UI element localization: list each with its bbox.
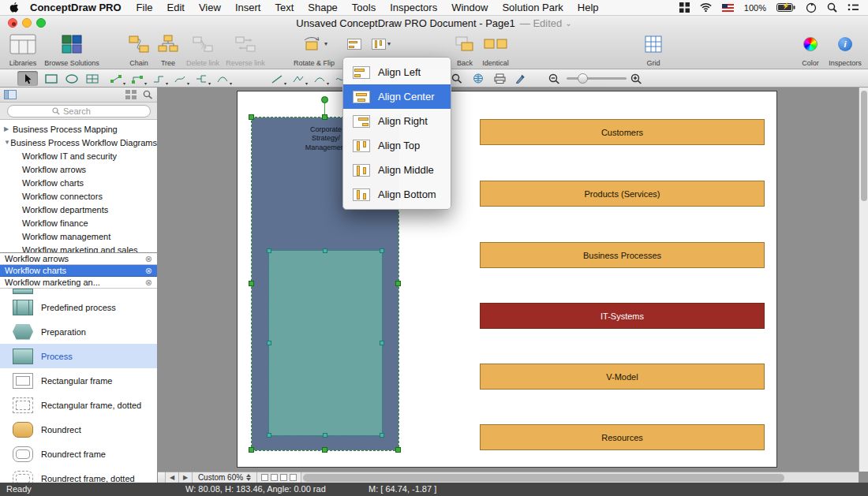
page-view-icon[interactable] bbox=[290, 474, 297, 481]
libraries-button[interactable]: Libraries bbox=[5, 32, 41, 67]
shape-item-preparation[interactable]: Preparation bbox=[0, 319, 157, 344]
arc-tool-button[interactable]: ▾ bbox=[309, 71, 330, 86]
canvas-bar-business-processes[interactable]: Business Processes bbox=[480, 242, 765, 268]
pan-tool-button[interactable] bbox=[468, 71, 488, 86]
selection-handle[interactable] bbox=[395, 281, 401, 286]
dock-panel-icon[interactable] bbox=[4, 90, 17, 99]
shape-item-process[interactable]: Process bbox=[0, 344, 157, 368]
library-tab-workflow-charts[interactable]: Workflow charts⊗ bbox=[0, 265, 157, 277]
print-preview-button[interactable] bbox=[489, 71, 510, 86]
elbow-connector-tool-button[interactable]: ▾ bbox=[148, 71, 169, 86]
shape-item-predefined-process[interactable]: Predefined process bbox=[0, 295, 157, 319]
menu-item-align-top[interactable]: Align Top bbox=[343, 133, 451, 158]
selection-handle[interactable] bbox=[395, 447, 401, 453]
menu-text[interactable]: Text bbox=[268, 2, 301, 13]
notification-center-icon[interactable] bbox=[847, 3, 859, 12]
tree-item-workflow-connectors[interactable]: Workflow connectors bbox=[0, 189, 157, 203]
vertical-scrollbar-thumb[interactable] bbox=[861, 91, 867, 201]
canvas-bar-v-model[interactable]: V-Model bbox=[480, 364, 765, 390]
selection-handle[interactable] bbox=[322, 114, 327, 120]
selection-handle[interactable] bbox=[323, 433, 327, 438]
menu-item-align-bottom[interactable]: Align Bottom bbox=[343, 182, 451, 207]
ellipse-tool-button[interactable] bbox=[62, 71, 82, 86]
grid-button[interactable]: Grid bbox=[639, 32, 668, 67]
tree-connector-tool-button[interactable]: ▾ bbox=[191, 71, 211, 86]
rotation-handle[interactable] bbox=[321, 96, 328, 103]
back-button[interactable]: Back bbox=[451, 32, 478, 67]
tree-item-workflow-management[interactable]: Workflow management bbox=[0, 229, 157, 243]
panel-search-icon[interactable] bbox=[143, 90, 153, 99]
zoom-out-button[interactable] bbox=[546, 71, 562, 86]
rotate-flip-button[interactable]: ▾ Rotate & Flip bbox=[290, 32, 338, 67]
tree-item-business-process-workflow-diagrams[interactable]: ▼Business Process Workflow Diagrams bbox=[0, 136, 157, 149]
close-library-icon[interactable]: ⊗ bbox=[145, 278, 152, 287]
inspectors-button[interactable]: i Inspectors bbox=[825, 32, 865, 67]
inner-shape-process[interactable] bbox=[269, 251, 382, 435]
smart-connector-tool-button[interactable]: ▾ bbox=[127, 71, 148, 86]
shape-item-roundrect[interactable]: Roundrect bbox=[0, 417, 157, 442]
page-prev-button[interactable]: ◀ bbox=[166, 472, 179, 483]
menu-file[interactable]: File bbox=[129, 2, 160, 13]
canvas-bar-customers[interactable]: Customers bbox=[480, 119, 765, 145]
chain-button[interactable]: Chain bbox=[125, 32, 153, 67]
minimize-window-button[interactable] bbox=[22, 18, 32, 28]
color-button[interactable]: Color bbox=[795, 32, 825, 67]
disclosure-expanded-icon[interactable]: ▼ bbox=[4, 139, 10, 146]
selection-handle[interactable] bbox=[322, 447, 327, 453]
close-library-icon[interactable]: ⊗ bbox=[145, 255, 152, 263]
menu-solution-park[interactable]: Solution Park bbox=[495, 2, 570, 13]
menu-item-align-right[interactable]: Align Right bbox=[343, 109, 451, 133]
tree-item-workflow-it-and-security[interactable]: Workflow IT and security bbox=[0, 149, 157, 162]
selection-handle[interactable] bbox=[267, 248, 271, 253]
page-next-button[interactable]: ▶ bbox=[179, 472, 193, 483]
menu-edit[interactable]: Edit bbox=[160, 2, 192, 13]
library-tab-workflow-marketing[interactable]: Workflow marketing an...⊗ bbox=[0, 277, 157, 289]
zoom-window-button[interactable] bbox=[36, 18, 46, 28]
app-switcher-icon[interactable] bbox=[679, 2, 690, 13]
zoom-level-control[interactable]: Custom 60% bbox=[193, 472, 257, 483]
zoom-stepper[interactable] bbox=[246, 474, 251, 481]
selection-handle[interactable] bbox=[380, 433, 384, 438]
shape-item-roundrect-frame[interactable]: Roundrect frame bbox=[0, 442, 157, 466]
tree-item-workflow-finance[interactable]: Workflow finance bbox=[0, 216, 157, 229]
menu-view[interactable]: View bbox=[192, 2, 228, 13]
zoom-slider-thumb[interactable] bbox=[578, 73, 588, 84]
grid-view-icon[interactable] bbox=[125, 90, 137, 99]
tree-item-workflow-charts[interactable]: Workflow charts bbox=[0, 176, 157, 189]
menu-item-align-middle[interactable]: Align Middle bbox=[343, 158, 451, 182]
close-window-button[interactable] bbox=[8, 18, 17, 28]
horizontal-scrollbar-thumb[interactable] bbox=[303, 474, 784, 482]
canvas-bar-products[interactable]: Products (Services) bbox=[480, 181, 765, 207]
pointer-tool-button[interactable] bbox=[17, 71, 38, 86]
title-chevron-icon[interactable]: ⌄ bbox=[565, 19, 571, 28]
page-view-icon[interactable] bbox=[271, 474, 278, 481]
disclosure-collapsed-icon[interactable]: ▶ bbox=[4, 125, 13, 132]
document-page[interactable]: Customers Products (Services) Business P… bbox=[237, 91, 777, 468]
input-source-flag-icon[interactable] bbox=[722, 4, 734, 12]
canvas-bar-resources[interactable]: Resources bbox=[480, 424, 765, 450]
tree-item-workflow-arrows[interactable]: Workflow arrows bbox=[0, 162, 157, 176]
wifi-icon[interactable] bbox=[700, 3, 712, 12]
shape-item-roundrect-frame-dotted[interactable]: Roundrect frame, dotted bbox=[0, 466, 157, 483]
selection-handle[interactable] bbox=[249, 447, 254, 453]
menu-tools[interactable]: Tools bbox=[345, 2, 383, 13]
table-tool-button[interactable] bbox=[82, 71, 103, 86]
line-tool-button[interactable]: ▾ bbox=[267, 71, 287, 86]
splitter-handle[interactable] bbox=[158, 472, 166, 483]
page-view-icon[interactable] bbox=[261, 474, 268, 481]
menu-insert[interactable]: Insert bbox=[228, 2, 268, 13]
canvas-area[interactable]: Customers Products (Services) Business P… bbox=[158, 88, 859, 472]
shape-item-rectangular-frame-dotted[interactable]: Rectangular frame, dotted bbox=[0, 393, 157, 417]
menu-help[interactable]: Help bbox=[571, 2, 606, 13]
app-menu-name[interactable]: ConceptDraw PRO bbox=[22, 2, 129, 13]
selection-handle[interactable] bbox=[249, 281, 254, 286]
zoom-in-button[interactable] bbox=[628, 71, 644, 86]
menu-window[interactable]: Window bbox=[444, 2, 495, 13]
tree-item-workflow-marketing-and-sales[interactable]: Workflow marketing and sales bbox=[0, 243, 157, 252]
zoom-slider[interactable] bbox=[567, 77, 627, 80]
polyline-tool-button[interactable]: ▾ bbox=[288, 71, 309, 86]
selection-handle[interactable] bbox=[267, 433, 271, 438]
library-search-field[interactable] bbox=[7, 105, 151, 117]
menu-item-align-center[interactable]: Align Center bbox=[343, 84, 451, 109]
canvas-bar-it-systems[interactable]: IT-Systems bbox=[480, 303, 765, 329]
